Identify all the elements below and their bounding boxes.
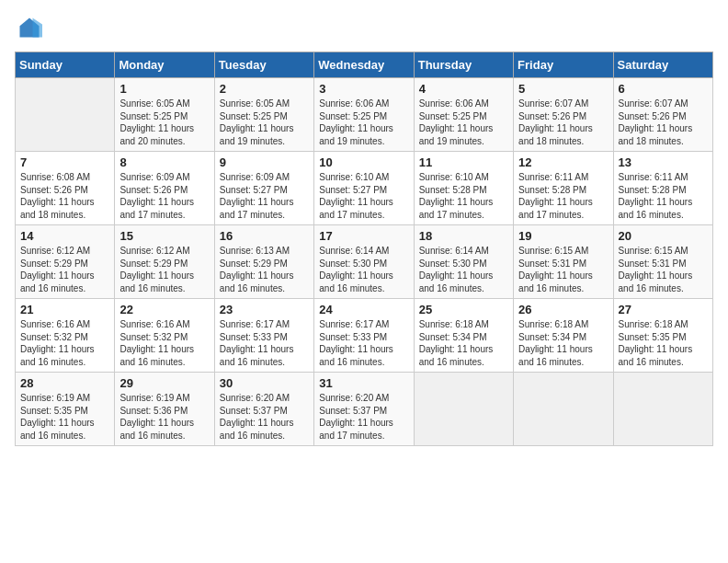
- calendar-cell: 9Sunrise: 6:09 AMSunset: 5:27 PMDaylight…: [214, 152, 313, 225]
- cell-info: Sunrise: 6:06 AMSunset: 5:25 PMDaylight:…: [419, 98, 508, 147]
- calendar-cell: 13Sunrise: 6:11 AMSunset: 5:28 PMDayligh…: [613, 152, 712, 225]
- cell-info: Sunrise: 6:18 AMSunset: 5:35 PMDaylight:…: [619, 318, 708, 368]
- day-number: 24: [319, 303, 408, 316]
- calendar-cell: 29Sunrise: 6:19 AMSunset: 5:36 PMDayligh…: [115, 373, 214, 446]
- cell-info: Sunrise: 6:11 AMSunset: 5:28 PMDaylight:…: [518, 171, 608, 221]
- calendar-table: SundayMondayTuesdayWednesdayThursdayFrid…: [15, 52, 713, 446]
- day-number: 23: [220, 303, 309, 316]
- day-number: 1: [119, 82, 209, 96]
- cell-info: Sunrise: 6:18 AMSunset: 5:34 PMDaylight:…: [518, 318, 608, 368]
- calendar-week-5: 28Sunrise: 6:19 AMSunset: 5:35 PMDayligh…: [16, 373, 713, 446]
- cell-info: Sunrise: 6:11 AMSunset: 5:28 PMDaylight:…: [619, 171, 708, 221]
- cell-info: Sunrise: 6:10 AMSunset: 5:27 PMDaylight:…: [319, 171, 408, 221]
- calendar-cell: 18Sunrise: 6:14 AMSunset: 5:30 PMDayligh…: [414, 225, 513, 299]
- day-number: 5: [518, 82, 608, 96]
- cell-info: Sunrise: 6:10 AMSunset: 5:28 PMDaylight:…: [419, 171, 508, 221]
- cell-info: Sunrise: 6:13 AMSunset: 5:29 PMDaylight:…: [220, 245, 309, 294]
- calendar-week-4: 21Sunrise: 6:16 AMSunset: 5:32 PMDayligh…: [16, 299, 713, 373]
- day-number: 11: [419, 155, 508, 169]
- cell-info: Sunrise: 6:08 AMSunset: 5:26 PMDaylight:…: [20, 171, 109, 221]
- day-number: 28: [20, 376, 109, 390]
- day-number: 19: [518, 229, 608, 243]
- cell-info: Sunrise: 6:07 AMSunset: 5:26 PMDaylight:…: [619, 98, 708, 147]
- day-number: 4: [419, 82, 508, 96]
- cell-info: Sunrise: 6:12 AMSunset: 5:29 PMDaylight:…: [119, 245, 209, 294]
- day-number: 22: [119, 303, 209, 316]
- day-number: 20: [619, 229, 708, 243]
- day-number: 27: [619, 303, 708, 316]
- cell-info: Sunrise: 6:16 AMSunset: 5:32 PMDaylight:…: [119, 318, 209, 368]
- calendar-cell: 14Sunrise: 6:12 AMSunset: 5:29 PMDayligh…: [16, 225, 115, 299]
- calendar-cell: 12Sunrise: 6:11 AMSunset: 5:28 PMDayligh…: [514, 152, 613, 225]
- calendar-cell: 25Sunrise: 6:18 AMSunset: 5:34 PMDayligh…: [414, 299, 513, 373]
- cell-info: Sunrise: 6:12 AMSunset: 5:29 PMDaylight:…: [20, 245, 109, 294]
- day-number: 12: [518, 155, 608, 169]
- cell-info: Sunrise: 6:14 AMSunset: 5:30 PMDaylight:…: [319, 245, 408, 294]
- cell-info: Sunrise: 6:18 AMSunset: 5:34 PMDaylight:…: [419, 318, 508, 368]
- cell-info: Sunrise: 6:07 AMSunset: 5:26 PMDaylight:…: [518, 98, 608, 147]
- cell-info: Sunrise: 6:20 AMSunset: 5:37 PMDaylight:…: [319, 392, 408, 442]
- calendar-cell: 10Sunrise: 6:10 AMSunset: 5:27 PMDayligh…: [314, 152, 414, 225]
- day-number: 8: [119, 155, 209, 169]
- page-header: [15, 15, 713, 44]
- day-number: 29: [119, 376, 209, 390]
- day-number: 10: [319, 155, 408, 169]
- day-number: 14: [20, 229, 109, 243]
- cell-info: Sunrise: 6:15 AMSunset: 5:31 PMDaylight:…: [619, 245, 708, 294]
- calendar-cell: 5Sunrise: 6:07 AMSunset: 5:26 PMDaylight…: [514, 78, 613, 152]
- calendar-cell: 31Sunrise: 6:20 AMSunset: 5:37 PMDayligh…: [314, 373, 414, 446]
- logo: [15, 15, 42, 44]
- day-number: 30: [220, 376, 309, 390]
- calendar-cell: 1Sunrise: 6:05 AMSunset: 5:25 PMDaylight…: [115, 78, 214, 152]
- calendar-cell: 17Sunrise: 6:14 AMSunset: 5:30 PMDayligh…: [314, 225, 414, 299]
- day-number: 13: [619, 155, 708, 169]
- calendar-cell: [613, 373, 712, 446]
- calendar-cell: 24Sunrise: 6:17 AMSunset: 5:33 PMDayligh…: [314, 299, 414, 373]
- cell-info: Sunrise: 6:15 AMSunset: 5:31 PMDaylight:…: [518, 245, 608, 294]
- calendar-cell: 23Sunrise: 6:17 AMSunset: 5:33 PMDayligh…: [214, 299, 313, 373]
- calendar-cell: 28Sunrise: 6:19 AMSunset: 5:35 PMDayligh…: [16, 373, 115, 446]
- day-number: 2: [220, 82, 309, 96]
- cell-info: Sunrise: 6:09 AMSunset: 5:27 PMDaylight:…: [220, 171, 309, 221]
- cell-info: Sunrise: 6:19 AMSunset: 5:36 PMDaylight:…: [119, 392, 209, 442]
- weekday-tuesday: Tuesday: [214, 52, 313, 78]
- calendar-cell: 30Sunrise: 6:20 AMSunset: 5:37 PMDayligh…: [214, 373, 313, 446]
- calendar-cell: 26Sunrise: 6:18 AMSunset: 5:34 PMDayligh…: [514, 299, 613, 373]
- calendar-cell: 11Sunrise: 6:10 AMSunset: 5:28 PMDayligh…: [414, 152, 513, 225]
- calendar-cell: 21Sunrise: 6:16 AMSunset: 5:32 PMDayligh…: [16, 299, 115, 373]
- day-number: 21: [20, 303, 109, 316]
- calendar-week-2: 7Sunrise: 6:08 AMSunset: 5:26 PMDaylight…: [16, 152, 713, 225]
- calendar-cell: 2Sunrise: 6:05 AMSunset: 5:25 PMDaylight…: [214, 78, 313, 152]
- calendar-cell: 6Sunrise: 6:07 AMSunset: 5:26 PMDaylight…: [613, 78, 712, 152]
- calendar-cell: [414, 373, 513, 446]
- cell-info: Sunrise: 6:20 AMSunset: 5:37 PMDaylight:…: [220, 392, 309, 442]
- day-number: 26: [518, 303, 608, 316]
- cell-info: Sunrise: 6:05 AMSunset: 5:25 PMDaylight:…: [220, 98, 309, 147]
- weekday-monday: Monday: [115, 52, 214, 78]
- calendar-cell: 22Sunrise: 6:16 AMSunset: 5:32 PMDayligh…: [115, 299, 214, 373]
- calendar-cell: [514, 373, 613, 446]
- day-number: 6: [619, 82, 708, 96]
- day-number: 18: [419, 229, 508, 243]
- weekday-saturday: Saturday: [613, 52, 712, 78]
- day-number: 9: [220, 155, 309, 169]
- day-number: 17: [319, 229, 408, 243]
- day-number: 7: [20, 155, 109, 169]
- calendar-week-3: 14Sunrise: 6:12 AMSunset: 5:29 PMDayligh…: [16, 225, 713, 299]
- weekday-header-row: SundayMondayTuesdayWednesdayThursdayFrid…: [16, 52, 713, 78]
- day-number: 25: [419, 303, 508, 316]
- calendar-cell: 8Sunrise: 6:09 AMSunset: 5:26 PMDaylight…: [115, 152, 214, 225]
- cell-info: Sunrise: 6:17 AMSunset: 5:33 PMDaylight:…: [220, 318, 309, 368]
- weekday-wednesday: Wednesday: [314, 52, 414, 78]
- weekday-thursday: Thursday: [414, 52, 513, 78]
- calendar-cell: [16, 78, 115, 152]
- day-number: 15: [119, 229, 209, 243]
- calendar-cell: 20Sunrise: 6:15 AMSunset: 5:31 PMDayligh…: [613, 225, 712, 299]
- cell-info: Sunrise: 6:09 AMSunset: 5:26 PMDaylight:…: [119, 171, 209, 221]
- cell-info: Sunrise: 6:16 AMSunset: 5:32 PMDaylight:…: [20, 318, 109, 368]
- calendar-cell: 19Sunrise: 6:15 AMSunset: 5:31 PMDayligh…: [514, 225, 613, 299]
- calendar-cell: 16Sunrise: 6:13 AMSunset: 5:29 PMDayligh…: [214, 225, 313, 299]
- cell-info: Sunrise: 6:17 AMSunset: 5:33 PMDaylight:…: [319, 318, 408, 368]
- calendar-week-1: 1Sunrise: 6:05 AMSunset: 5:25 PMDaylight…: [16, 78, 713, 152]
- cell-info: Sunrise: 6:06 AMSunset: 5:25 PMDaylight:…: [319, 98, 408, 147]
